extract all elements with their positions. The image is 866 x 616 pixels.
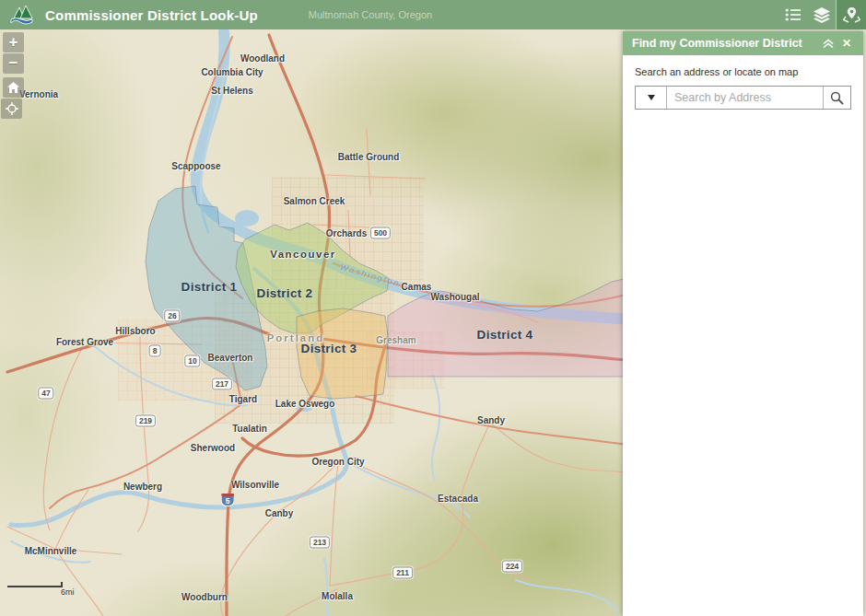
panel-collapse-button[interactable] xyxy=(819,34,837,52)
zoom-out-button[interactable]: − xyxy=(3,53,24,74)
legend-button[interactable] xyxy=(778,0,807,29)
panel-close-button[interactable]: ✕ xyxy=(837,34,856,52)
find-district-panel: Find my Commissioner District ✕ Search a… xyxy=(623,31,863,616)
locate-icon xyxy=(6,102,18,115)
page-subtitle: Multnomah County, Oregon xyxy=(309,9,432,20)
search-icon xyxy=(830,91,844,105)
district-3-polygon xyxy=(297,308,388,399)
scale-bar-line xyxy=(7,582,63,587)
panel-title: Find my Commissioner District xyxy=(632,37,819,50)
scale-bar-label: 6mi xyxy=(61,587,75,597)
search-source-dropdown[interactable] xyxy=(636,87,667,109)
address-search-box xyxy=(635,86,851,110)
chevron-down-icon xyxy=(648,95,655,100)
page-title: Commissioner District Look-Up xyxy=(45,7,258,23)
app-header: Commissioner District Look-Up Multnomah … xyxy=(0,0,866,29)
my-location-button[interactable] xyxy=(1,99,22,119)
layers-button[interactable] xyxy=(807,0,836,29)
panel-header: Find my Commissioner District ✕ xyxy=(623,31,863,55)
district-lookup-button[interactable] xyxy=(836,0,866,29)
multnomah-county-logo xyxy=(6,3,38,27)
home-icon xyxy=(7,82,19,93)
home-extent-button[interactable] xyxy=(3,77,24,98)
search-input[interactable] xyxy=(667,87,823,109)
app-window: VernoniaWoodlandColumbia CitySt HelensSc… xyxy=(0,0,866,616)
panel-body: Search an address or locate on map xyxy=(623,55,863,121)
chevrons-up-icon xyxy=(823,39,834,49)
scale-bar: 6mi xyxy=(7,582,75,597)
map-controls: + − xyxy=(3,32,24,120)
search-button[interactable] xyxy=(823,87,850,109)
layers-icon xyxy=(813,7,830,23)
legend-list-icon xyxy=(785,7,802,22)
district-locator-icon xyxy=(843,6,860,23)
zoom-in-button[interactable]: + xyxy=(3,32,24,52)
search-instruction: Search an address or locate on map xyxy=(635,66,851,77)
